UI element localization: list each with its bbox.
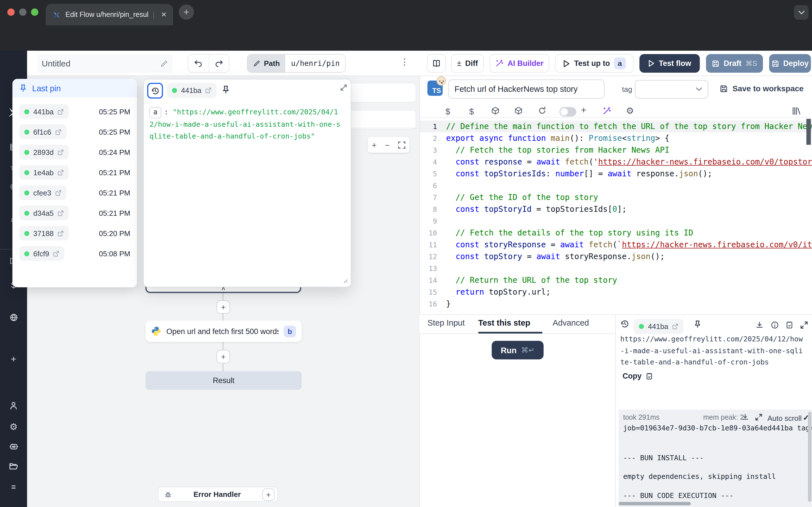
pin-icon[interactable] xyxy=(694,320,702,328)
code-line[interactable]: 7 // Get the ID of the top story xyxy=(420,191,812,203)
pin-list-item[interactable]: 6f1c6 05:25 PM xyxy=(12,122,137,142)
code-line[interactable]: 8 const topStoryId = topStoriesIds[0]; xyxy=(420,203,812,215)
flow-path-button[interactable]: Path u/henri/pin xyxy=(247,54,346,73)
tag-select[interactable] xyxy=(635,80,708,99)
run-id-pill[interactable]: d34a5 xyxy=(19,206,69,220)
minimize-window-button[interactable] xyxy=(19,8,27,16)
info-icon[interactable] xyxy=(771,321,779,329)
package-icon[interactable] xyxy=(514,107,523,115)
code-line[interactable]: 1// Define the main function to fetch th… xyxy=(420,121,812,132)
run-id-pill[interactable]: 6f1c6 xyxy=(19,124,66,139)
code-line[interactable]: 12 const topStory = await storyResponse.… xyxy=(420,251,812,263)
run-id-pill[interactable]: 441ba xyxy=(634,319,683,334)
external-link-icon[interactable] xyxy=(53,250,59,257)
log-vertical-scrollbar[interactable] xyxy=(808,412,811,502)
resize-handle[interactable] xyxy=(342,278,348,283)
run-id-pill[interactable]: 2893d xyxy=(19,145,69,159)
undo-button[interactable] xyxy=(188,55,209,72)
external-link-icon[interactable] xyxy=(672,323,678,330)
expand-logs-icon[interactable] xyxy=(755,413,762,421)
external-link-icon[interactable] xyxy=(57,169,64,175)
external-link-icon[interactable] xyxy=(55,189,61,196)
pin-icon[interactable] xyxy=(221,85,230,94)
code-line[interactable]: 10 // Fetch the details of the top story… xyxy=(420,227,812,239)
run-button[interactable]: Run ⌘↵ xyxy=(492,341,544,359)
editor-settings-icon[interactable]: ⚙ xyxy=(626,105,634,116)
tab-advanced[interactable]: Advanced xyxy=(553,318,589,327)
edit-name-pencil-icon[interactable] xyxy=(160,59,168,67)
history-button[interactable] xyxy=(147,83,163,99)
code-scrollbar[interactable] xyxy=(806,119,811,145)
ai-builder-button[interactable]: AI Builder xyxy=(490,54,549,73)
pin-list-item[interactable]: 2893d 05:24 PM xyxy=(12,142,137,162)
run-id-pill[interactable]: 1e4ab xyxy=(19,165,69,180)
auto-scroll-label[interactable]: Auto scroll xyxy=(767,414,802,422)
close-window-button[interactable] xyxy=(7,8,15,16)
diff-button[interactable]: ± Diff xyxy=(451,54,484,73)
code-line[interactable]: 3 // Fetch the top stories from Hacker N… xyxy=(420,144,812,156)
browser-tab[interactable]: Edit Flow u/henri/pin_results | ✕ xyxy=(46,4,173,25)
resource-icon[interactable]: $ xyxy=(469,107,474,116)
python-step-node[interactable]: Open url and fetch first 500 words of ..… xyxy=(146,321,302,342)
package-icon[interactable] xyxy=(491,107,500,115)
copy-result-icon[interactable] xyxy=(785,321,794,329)
run-id-pill[interactable]: cfee3 xyxy=(19,185,66,200)
library-icon[interactable] xyxy=(792,107,801,115)
tab-search-chevron-icon[interactable] xyxy=(794,5,809,20)
error-handler-node[interactable]: Error Handler + xyxy=(158,487,278,502)
zoom-out-icon[interactable]: − xyxy=(385,140,390,150)
resources-icon[interactable] xyxy=(0,313,27,322)
tab-test-this-step[interactable]: Test this step xyxy=(478,318,530,327)
code-line[interactable]: 14 // Return the URL of the top story xyxy=(420,274,812,286)
external-link-icon[interactable] xyxy=(55,129,61,135)
code-line[interactable]: 11 const storyResponse = await fetch(`ht… xyxy=(420,239,812,251)
external-link-icon[interactable] xyxy=(57,108,64,115)
run-id-pill[interactable]: 6fcf9 xyxy=(19,246,64,261)
docs-button[interactable] xyxy=(427,54,446,73)
code-line[interactable]: 4 const response = await fetch('https://… xyxy=(420,156,812,168)
download-logs-icon[interactable] xyxy=(742,413,749,421)
run-id-pill[interactable]: 441ba xyxy=(167,83,216,98)
code-editor[interactable]: 1// Define the main function to fetch th… xyxy=(420,118,812,314)
editor-toggle[interactable] xyxy=(559,107,576,117)
reset-icon[interactable] xyxy=(538,107,546,115)
copy-button[interactable]: Copy xyxy=(622,372,653,380)
pin-list-item[interactable]: 1e4ab 05:21 PM xyxy=(12,162,137,182)
folders-icon[interactable] xyxy=(0,462,27,470)
code-line[interactable]: 6 xyxy=(420,180,812,191)
zoom-in-icon[interactable]: + xyxy=(371,140,377,150)
fit-view-icon[interactable] xyxy=(398,141,405,149)
test-up-to-button[interactable]: Test up to a xyxy=(555,54,634,73)
variable-icon[interactable]: $ xyxy=(446,107,450,116)
code-line[interactable]: 2export async function main(): Promise<s… xyxy=(420,132,812,144)
add-error-handler-button[interactable]: + xyxy=(262,488,274,501)
external-link-icon[interactable] xyxy=(205,87,211,94)
code-line[interactable]: 16} xyxy=(420,298,812,310)
pin-list-item[interactable]: d34a5 05:21 PM xyxy=(12,203,137,223)
toolbar-more-icon[interactable]: ⋮ xyxy=(400,57,409,67)
deploy-button[interactable]: Deploy xyxy=(769,54,811,73)
pin-list-item[interactable]: 37188 05:20 PM xyxy=(12,223,137,243)
tab-close-icon[interactable]: ✕ xyxy=(159,10,168,20)
account-icon[interactable] xyxy=(0,401,27,410)
log-horizontal-scrollbar[interactable] xyxy=(619,502,691,505)
run-id-pill[interactable]: 37188 xyxy=(19,226,69,240)
zoom-window-button[interactable] xyxy=(31,8,38,16)
history-icon[interactable] xyxy=(620,320,629,328)
pin-list-item[interactable]: cfee3 05:21 PM xyxy=(12,182,137,203)
flow-name-field[interactable]: Untitled xyxy=(37,54,172,73)
save-to-workspace-button[interactable]: Save to workspace xyxy=(719,84,804,93)
insert-step-button[interactable]: + xyxy=(216,300,230,314)
redo-button[interactable] xyxy=(209,55,229,72)
run-id-pill[interactable]: 441ba xyxy=(19,104,69,119)
result-node[interactable]: Result xyxy=(146,371,302,390)
workers-icon[interactable] xyxy=(0,442,27,451)
code-line[interactable]: 13 xyxy=(420,263,812,274)
add-icon[interactable]: + xyxy=(0,354,27,365)
expand-popup-icon[interactable] xyxy=(340,84,347,91)
test-flow-button[interactable]: Test flow xyxy=(640,54,700,73)
code-line[interactable]: 5 const topStoriesIds: number[] = await … xyxy=(420,168,812,180)
audit-logs-icon[interactable]: ≡ xyxy=(0,482,27,491)
code-line[interactable]: 9 xyxy=(420,215,812,227)
external-link-icon[interactable] xyxy=(57,230,64,236)
